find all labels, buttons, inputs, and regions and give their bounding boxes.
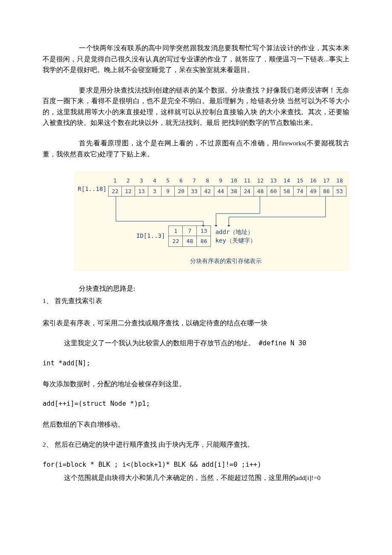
r-val: 38 bbox=[228, 186, 241, 196]
id-array-row: ID[1..3] 1 7 13 22 48 86 addr（地址） key bbox=[77, 225, 349, 247]
r-idx: 15 bbox=[294, 176, 307, 186]
r-idx: 6 bbox=[175, 176, 188, 186]
r-idx: 5 bbox=[161, 176, 175, 186]
r-idx: 7 bbox=[188, 176, 201, 186]
r-val: 48 bbox=[254, 186, 267, 196]
id-array-table: 1 7 13 22 48 86 bbox=[168, 225, 211, 247]
paragraph-6: 这里我定义了一个我认为比较雷人的数组用于存放节点的地址。 #define N 3… bbox=[43, 338, 349, 349]
r-val: 42 bbox=[201, 186, 214, 196]
id-addr: 7 bbox=[183, 225, 197, 236]
r-idx: 17 bbox=[320, 176, 333, 186]
id-key: 22 bbox=[169, 236, 183, 246]
r-idx: 16 bbox=[307, 176, 320, 186]
r-idx: 14 bbox=[280, 176, 294, 186]
paragraph-7: 每次添加数据时，分配的地址会被保存到这里。 bbox=[43, 379, 349, 390]
r-val: 9 bbox=[161, 186, 175, 196]
r-idx: 4 bbox=[148, 176, 161, 186]
r-val: 22 bbox=[109, 186, 122, 196]
figure-caption: 分块有序表的索引存储表示 bbox=[102, 256, 349, 266]
r-val: 53 bbox=[333, 186, 346, 196]
r-value-row: 22 12 13 3 9 20 33 42 44 38 24 48 60 58 bbox=[109, 186, 346, 196]
r-val: 44 bbox=[214, 186, 228, 196]
r-val: 12 bbox=[122, 186, 135, 196]
r-index-row: 1 2 3 4 5 6 7 8 9 10 11 12 13 14 bbox=[109, 176, 346, 186]
r-idx: 13 bbox=[267, 176, 280, 186]
addr-annotation: addr（地址） bbox=[215, 228, 256, 236]
id-addr: 1 bbox=[169, 225, 183, 236]
list-item-2: 2、 然后在已确定的块中进行顺序查找 由于块内无序，只能顺序查找。 bbox=[43, 439, 349, 450]
r-idx: 18 bbox=[333, 176, 346, 186]
figure-container: R[1..18] 1 2 3 4 5 6 7 8 9 10 11 12 bbox=[43, 171, 349, 271]
r-idx: 2 bbox=[122, 176, 135, 186]
paragraph-1: 一个快两年没有联系的高中同学突然跟我发消息要我帮忙写个算法设计的作业，其实本来不… bbox=[43, 43, 349, 75]
r-idx: 11 bbox=[241, 176, 254, 186]
r-val: 24 bbox=[241, 186, 254, 196]
code-line-2: add[++i]=(struct Node *)p1; bbox=[43, 399, 349, 410]
id-array-label: ID[1..3] bbox=[136, 231, 165, 241]
r-val: 60 bbox=[267, 186, 280, 196]
paragraph-3: 首先看看原理图，这个是在网上看的，不过原图有点不准确，用fireworks(不要… bbox=[43, 138, 349, 159]
r-idx: 3 bbox=[135, 176, 148, 186]
r-array-label: R[1..18] bbox=[77, 184, 108, 194]
paragraph-9: 这个范围就是由块得大小和第几个来确定的，当然，不能超过范围，这里用的add[i]… bbox=[43, 472, 349, 483]
r-val: 49 bbox=[307, 186, 320, 196]
r-val: 86 bbox=[320, 186, 333, 196]
id-annotations: addr（地址） key（关键字） bbox=[215, 228, 256, 245]
r-val: 58 bbox=[280, 186, 294, 196]
paragraph-4: 分块查找的思路是: bbox=[43, 283, 349, 294]
r-val: 33 bbox=[188, 186, 201, 196]
r-val: 3 bbox=[148, 186, 161, 196]
r-val: 13 bbox=[135, 186, 148, 196]
document-page: 一个快两年没有联系的高中同学突然跟我发消息要我帮忙写个算法设计的作业，其实本来不… bbox=[0, 0, 392, 518]
index-search-figure: R[1..18] 1 2 3 4 5 6 7 8 9 10 11 12 bbox=[74, 171, 349, 271]
id-key: 86 bbox=[197, 236, 211, 246]
r-idx: 9 bbox=[214, 176, 228, 186]
r-val: 20 bbox=[175, 186, 188, 196]
paragraph-5: 索引表是有序表，可采用二分查找或顺序查找，以确定待查的结点在哪一块 bbox=[43, 318, 349, 329]
r-idx: 10 bbox=[228, 176, 241, 186]
pointer-arrows-icon bbox=[77, 197, 349, 226]
r-idx: 12 bbox=[254, 176, 267, 186]
key-annotation: key（关键字） bbox=[215, 236, 256, 245]
r-idx: 8 bbox=[201, 176, 214, 186]
id-addr: 13 bbox=[197, 225, 211, 236]
r-idx: 1 bbox=[109, 176, 122, 186]
paragraph-8: 然后数组的下表自增移动。 bbox=[43, 419, 349, 430]
paragraph-2: 要求是用分块查找法找到创建的链表的某个数据。分块查找？好像我们老师没讲啊！无奈百… bbox=[43, 85, 349, 128]
code-line-1: int *add[N]; bbox=[43, 358, 349, 369]
code-line-3: for(i=block * BLK ; i<(block+1)* BLK && … bbox=[43, 460, 349, 471]
r-val: 74 bbox=[294, 186, 307, 196]
r-array-table: 1 2 3 4 5 6 7 8 9 10 11 12 13 14 bbox=[108, 176, 346, 197]
list-item-1: 1、 首先查找索引表 bbox=[43, 295, 349, 306]
id-key: 48 bbox=[183, 236, 197, 246]
